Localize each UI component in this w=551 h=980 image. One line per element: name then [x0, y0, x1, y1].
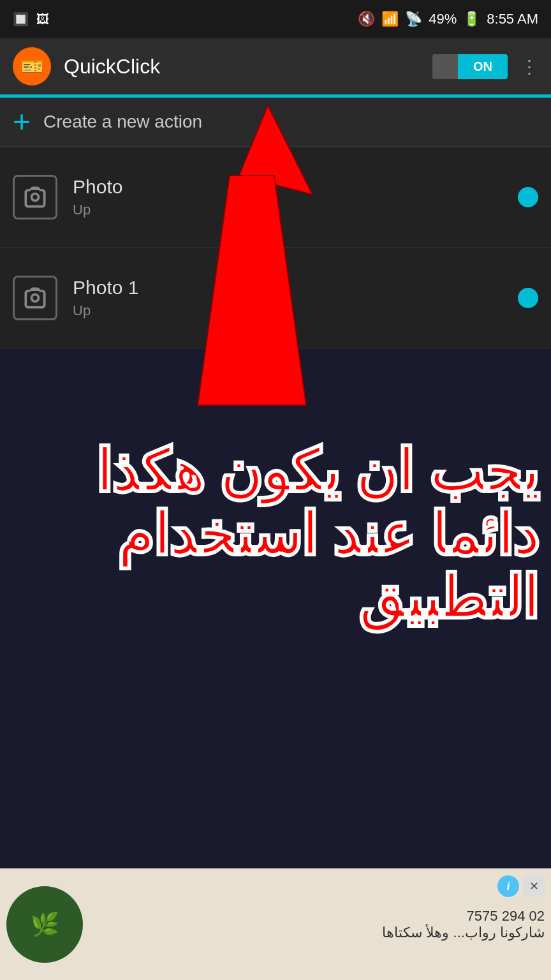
arabic-text: يجب ان يكون هكذا دائما عند استخدام التطب…	[13, 440, 538, 630]
photo-item-icon	[13, 175, 57, 219]
ad-text-ar: شاركونا رواب... وهلأ سكتاها	[92, 924, 545, 941]
plus-icon: +	[13, 107, 31, 137]
status-right-icons: 🔇 📶 📡 49% 🔋 8:55 AM	[358, 11, 538, 27]
photo-item-subtitle: Up	[73, 202, 518, 218]
photo1-item-icon	[13, 276, 57, 320]
app-title: QuickClick	[64, 55, 432, 78]
battery-icon: 🔋	[463, 11, 480, 27]
photo-item-text: Photo Up	[73, 176, 518, 218]
ad-info-icon[interactable]: i	[497, 875, 519, 897]
wifi-icon: 📶	[381, 11, 399, 27]
app-logo: 🎫	[13, 47, 51, 85]
signal-icon: 📡	[405, 11, 422, 27]
overflow-menu-icon[interactable]: ⋮	[520, 56, 538, 77]
ad-logo: 🌿	[6, 886, 83, 963]
photo1-item-text: Photo 1 Up	[73, 277, 518, 319]
ad-close-button[interactable]: ✕	[523, 875, 545, 897]
ad-content: 02 294 7575 شاركونا رواب... وهلأ سكتاها	[92, 908, 545, 941]
battery-percent: 49%	[429, 11, 457, 27]
camera-icon	[21, 284, 49, 312]
photo1-item-subtitle: Up	[73, 302, 518, 319]
mute-icon: 🔇	[358, 11, 375, 27]
ad-phone: 02 294 7575	[92, 908, 545, 924]
ad-banner: 🌿 02 294 7575 شاركونا رواب... وهلأ سكتاه…	[0, 868, 551, 980]
create-action-row[interactable]: + Create a new action	[0, 96, 551, 147]
photo1-item-title: Photo 1	[73, 277, 518, 299]
photo-item-title: Photo	[73, 176, 518, 198]
photo1-toggle[interactable]	[518, 288, 538, 308]
toggle-switch[interactable]: ON	[432, 54, 508, 79]
app-header: 🎫 QuickClick ON ⋮	[0, 38, 551, 96]
camera-icon	[21, 183, 49, 211]
image-icon: 🖼	[36, 12, 49, 27]
photo-toggle[interactable]	[518, 187, 538, 207]
list-item[interactable]: Photo Up	[0, 147, 551, 248]
toggle-off-label[interactable]	[432, 54, 458, 79]
arabic-annotation-text: يجب ان يكون هكذا دائما عند استخدام التطب…	[13, 440, 538, 630]
list-item[interactable]: Photo 1 Up	[0, 248, 551, 348]
time-display: 8:55 AM	[487, 11, 538, 27]
status-left-icons: 🔲 🖼	[13, 11, 49, 27]
toggle-on-label[interactable]: ON	[458, 54, 508, 79]
create-action-label: Create a new action	[43, 112, 202, 132]
logo-icon: 🎫	[21, 56, 43, 77]
sim-card-icon: 🔲	[13, 11, 29, 27]
status-bar: 🔲 🖼 🔇 📶 📡 49% 🔋 8:55 AM	[0, 0, 551, 38]
